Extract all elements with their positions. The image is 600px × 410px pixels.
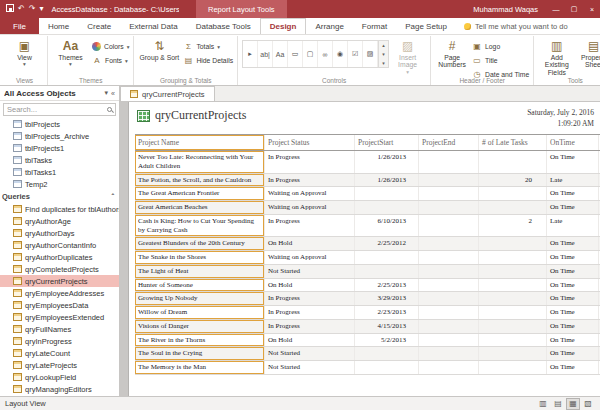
sidebar-item-table[interactable]: Temp2: [0, 178, 119, 190]
report-datetime[interactable]: Saturday, July 2, 2016 1:09:20 AM: [527, 108, 594, 129]
cell-project-name[interactable]: Hunter of Someone: [135, 279, 265, 292]
button-icon[interactable]: ▭: [288, 41, 303, 67]
cell-project-end[interactable]: [419, 279, 479, 292]
sidebar-item-table[interactable]: tblProjects: [0, 118, 119, 130]
redo-icon[interactable]: ↷: [29, 5, 36, 13]
cell-project-end[interactable]: [419, 265, 479, 278]
sidebar-item-table[interactable]: tblProjects1: [0, 142, 119, 154]
maximize-button[interactable]: ▢: [566, 0, 582, 18]
property-sheet-button[interactable]: ▤ Property Sheet: [575, 38, 600, 69]
nav-pane-header[interactable]: All Access Objects ▾ «: [0, 86, 119, 101]
cell-ontime[interactable]: On Time: [547, 187, 599, 200]
cell-project-name[interactable]: The River in the Thorns: [135, 334, 265, 347]
cell-project-name[interactable]: Visions of Danger: [135, 320, 265, 333]
save-icon[interactable]: [6, 4, 14, 14]
cell-project-name[interactable]: The Great American Frontier: [135, 187, 265, 200]
cell-ontime[interactable]: On Time: [547, 292, 599, 305]
cell-project-status[interactable]: Waiting on Approval: [265, 201, 355, 214]
themes-button[interactable]: Aa Themes ▾: [52, 38, 89, 68]
cell-ontime[interactable]: On Time: [547, 237, 599, 250]
cell-project-start[interactable]: [355, 187, 419, 200]
cell-project-name[interactable]: Cash is King: How to Cut Your Spending b…: [135, 215, 265, 237]
search-input[interactable]: [7, 105, 107, 114]
sidebar-item-query[interactable]: qryLateProjects: [0, 359, 119, 371]
sidebar-item-query[interactable]: qryFullNames: [0, 323, 119, 335]
column-header-project-status[interactable]: Project Status: [265, 135, 355, 150]
column-header-late-tasks[interactable]: # of Late Tasks: [479, 135, 547, 150]
cell-project-end[interactable]: [419, 320, 479, 333]
insert-image-button[interactable]: ▨ Insert Image ▾: [389, 38, 426, 75]
cell-project-start[interactable]: [355, 201, 419, 214]
cell-ontime[interactable]: Late: [547, 174, 599, 187]
cell-project-end[interactable]: [419, 187, 479, 200]
cell-late-tasks[interactable]: [479, 237, 547, 250]
cell-ontime[interactable]: On Time: [547, 201, 599, 214]
text-box-icon[interactable]: ab|: [258, 41, 273, 67]
cell-late-tasks[interactable]: [479, 320, 547, 333]
cell-project-status[interactable]: In Progress: [265, 151, 355, 173]
sidebar-item-query[interactable]: qryLookupField: [0, 371, 119, 383]
cell-late-tasks[interactable]: 2: [479, 215, 547, 237]
cell-project-end[interactable]: [419, 251, 479, 264]
cell-ontime[interactable]: On Time: [547, 306, 599, 319]
title-button[interactable]: ▭ Title: [472, 55, 529, 66]
sidebar-item-query[interactable]: Find duplicates for tblAuthors: [0, 203, 119, 215]
cell-project-end[interactable]: [419, 306, 479, 319]
cell-project-status[interactable]: In Progress: [265, 215, 355, 237]
sidebar-item-query[interactable]: qryEmployeesExtended: [0, 311, 119, 323]
qat-dropdown-icon[interactable]: ▾: [39, 5, 43, 13]
cell-project-start[interactable]: 1/26/2013: [355, 174, 419, 187]
cell-project-name[interactable]: Growing Up Nobody: [135, 292, 265, 305]
cell-late-tasks[interactable]: [479, 251, 547, 264]
cell-ontime[interactable]: On Time: [547, 151, 599, 173]
design-view-icon[interactable]: ▧: [581, 398, 595, 410]
cell-project-start[interactable]: 2/25/2013: [355, 279, 419, 292]
cell-project-name[interactable]: The Memory is the Man: [135, 361, 265, 374]
cell-ontime[interactable]: On Time: [547, 251, 599, 264]
cell-project-end[interactable]: [419, 334, 479, 347]
cell-ontime[interactable]: On Time: [547, 279, 599, 292]
cell-project-end[interactable]: [419, 292, 479, 305]
cell-project-start[interactable]: 1/26/2013: [355, 151, 419, 173]
cell-late-tasks[interactable]: [479, 334, 547, 347]
checkbox-icon[interactable]: ☑: [348, 41, 363, 67]
cell-project-start[interactable]: 2/23/2013: [355, 306, 419, 319]
report-view-icon[interactable]: ▥: [536, 398, 550, 410]
sidebar-item-query[interactable]: qryAuthorDuplicates: [0, 251, 119, 263]
cell-project-status[interactable]: In Progress: [265, 320, 355, 333]
document-tab[interactable]: qryCurrentProjects: [120, 86, 215, 101]
column-header-ontime[interactable]: OnTime: [547, 135, 599, 150]
undo-icon[interactable]: ↶: [18, 5, 25, 13]
cell-project-status[interactable]: Waiting on Approval: [265, 187, 355, 200]
column-header-project-name[interactable]: Project Name: [135, 135, 265, 150]
gallery-scrollbar[interactable]: ▴ ▾ ▾: [378, 41, 388, 67]
cell-project-name[interactable]: Greatest Blunders of the 20th Century: [135, 237, 265, 250]
sidebar-item-query[interactable]: qryAuthorContantInfo: [0, 239, 119, 251]
ribbon-tab[interactable]: Create: [78, 18, 120, 34]
cell-project-status[interactable]: In Progress: [265, 306, 355, 319]
cell-project-status[interactable]: Waiting on Approval: [265, 251, 355, 264]
sidebar-item-query[interactable]: qryCompletedProjects: [0, 263, 119, 275]
cell-late-tasks[interactable]: 20: [479, 174, 547, 187]
report-date[interactable]: Saturday, July 2, 2016: [527, 108, 594, 119]
cell-project-status[interactable]: On Hold: [265, 334, 355, 347]
cell-project-end[interactable]: [419, 361, 479, 374]
sidebar-item-query[interactable]: qryEmployeesData: [0, 299, 119, 311]
cell-late-tasks[interactable]: [479, 361, 547, 374]
cell-project-name[interactable]: Great American Beaches: [135, 201, 265, 214]
logo-button[interactable]: ▣ Logo: [472, 41, 529, 52]
cell-project-start[interactable]: 5/2/2013: [355, 334, 419, 347]
totals-button[interactable]: Σ Totals ▾: [183, 41, 233, 52]
cell-project-name[interactable]: The Snake in the Shores: [135, 251, 265, 264]
gallery-more-icon[interactable]: ▾: [382, 60, 385, 66]
sidebar-item-query[interactable]: qryAuthorAge: [0, 215, 119, 227]
ribbon-tab[interactable]: Arrange: [306, 18, 352, 34]
group-sort-button[interactable]: ⇅ Group & Sort: [138, 38, 180, 61]
add-existing-fields-button[interactable]: ▥ Add Existing Fields: [538, 38, 575, 76]
cell-project-end[interactable]: [419, 201, 479, 214]
print-preview-icon[interactable]: ▤: [551, 398, 565, 410]
column-header-project-end[interactable]: ProjectEnd: [419, 135, 479, 150]
image-control-icon[interactable]: ▨: [363, 41, 378, 67]
sidebar-item-table[interactable]: tblTasks: [0, 154, 119, 166]
user-name[interactable]: Muhammad Waqas: [465, 5, 546, 14]
